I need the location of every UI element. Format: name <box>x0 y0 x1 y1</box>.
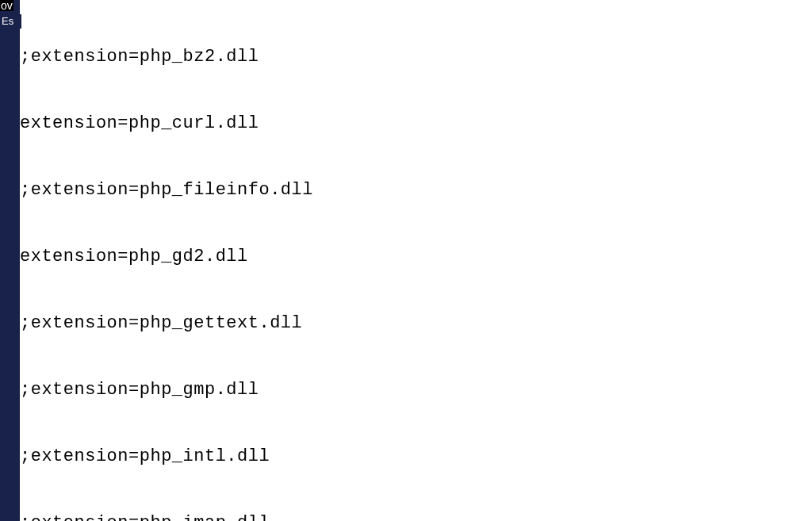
code-line[interactable]: ;extension=php_gettext.dll <box>20 312 812 335</box>
code-line[interactable]: extension=php_gd2.dll <box>20 246 812 268</box>
code-line[interactable]: ;extension=php_intl.dll <box>20 446 812 468</box>
ov-badge: ov <box>0 0 13 11</box>
code-line[interactable]: ;extension=php_bz2.dll <box>20 46 812 68</box>
code-line[interactable]: extension=php_curl.dll <box>20 113 812 135</box>
es-badge: Es <box>0 14 21 29</box>
code-line[interactable]: ;extension=php_imap.dll <box>20 512 812 521</box>
code-line[interactable]: ;extension=php_gmp.dll <box>20 379 812 401</box>
editor-content[interactable]: ;extension=php_bz2.dll extension=php_cur… <box>20 2 812 521</box>
code-line[interactable]: ;extension=php_fileinfo.dll <box>20 179 812 201</box>
left-gutter <box>0 0 20 521</box>
